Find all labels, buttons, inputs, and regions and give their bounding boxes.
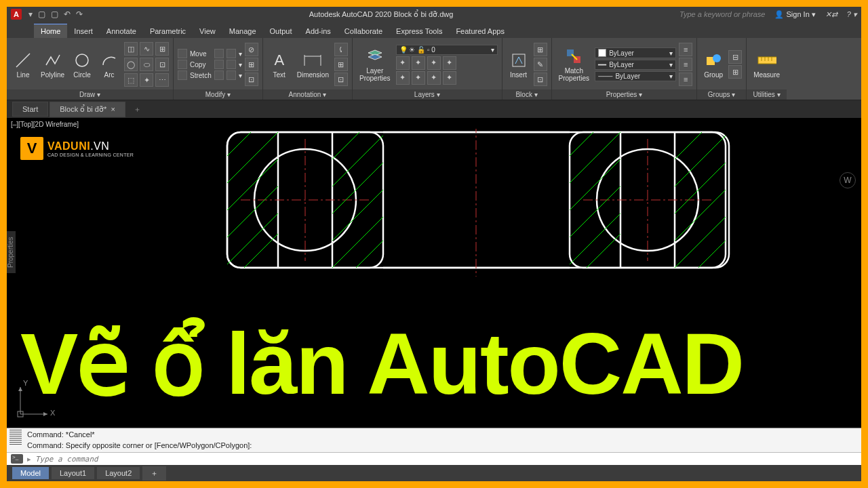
tab-express[interactable]: Express Tools [389,24,449,38]
panel-title-block[interactable]: Block ▾ [502,89,551,100]
tab-manage[interactable]: Manage [222,24,263,38]
layer-dropdown[interactable]: 💡 ☀ 🔓 ▫ 0 ▾ [396,45,498,55]
color-dropdown[interactable]: ByLayer▾ [595,47,676,58]
trim-button[interactable]: ▾ [226,49,242,58]
sign-in-button[interactable]: 👤 Sign In ▾ [774,10,815,19]
drawing-canvas[interactable]: [–][Top][2D Wireframe] Properties V VADU… [7,118,861,428]
leader-icon[interactable]: ⤹ [334,43,348,56]
draw-tool-icon[interactable]: ⬚ [124,73,138,87]
table-icon[interactable]: ⊞ [334,58,348,71]
exchange-icon[interactable]: ✕⇄ [825,10,837,19]
draw-tool-icon[interactable]: ◯ [124,58,138,71]
fillet-button[interactable]: ▾ [226,60,242,69]
layout2-tab[interactable]: Layout2 [97,467,140,479]
add-layout-button[interactable]: ＋ [142,466,166,481]
scale-button[interactable] [214,70,224,80]
edit-block-icon[interactable]: ✎ [534,58,547,71]
properties-palette-tab[interactable]: Properties [7,231,16,273]
qat-undo-icon[interactable]: ↶ [64,9,71,19]
measure-button[interactable]: Measure [751,49,783,80]
prop-tool-icon[interactable]: ≡ [679,43,692,56]
draw-tool-icon[interactable]: ∿ [140,42,153,56]
draw-tool-icon[interactable]: ⬭ [140,58,153,71]
modify-tool-icon[interactable]: ⊘ [245,43,258,56]
qat-open-icon[interactable]: ▢ [38,9,45,19]
command-grip-icon[interactable] [9,430,22,445]
qat-redo-icon[interactable]: ↷ [76,9,83,19]
tab-view[interactable]: View [193,24,222,38]
layer-tool-icon[interactable]: ✦ [412,56,425,70]
lineweight-dropdown[interactable]: ━━ ByLayer▾ [595,60,676,70]
text-button[interactable]: AText [267,49,292,80]
layer-tool-icon[interactable]: ✦ [443,71,456,85]
draw-tool-icon[interactable]: ⋯ [155,73,169,87]
panel-title-annotation[interactable]: Annotation ▾ [263,89,352,100]
panel-title-modify[interactable]: Modify ▾ [174,89,262,100]
tab-insert[interactable]: Insert [67,24,100,38]
move-button[interactable]: Move [178,49,212,58]
layer-tool-icon[interactable]: ✦ [427,56,441,70]
tab-addins[interactable]: Add-ins [299,24,338,38]
panel-title-layers[interactable]: Layers ▾ [353,89,502,100]
create-block-icon[interactable]: ⊞ [534,43,547,56]
linetype-dropdown[interactable]: ─── ByLayer▾ [595,71,676,81]
arc-button[interactable]: Arc [97,49,121,80]
tab-collaborate[interactable]: Collaborate [338,24,389,38]
panel-title-properties[interactable]: Properties ▾ [552,89,697,100]
modify-tool-icon[interactable]: ⊡ [245,73,258,86]
mirror-button[interactable] [214,60,224,69]
layer-tool-icon[interactable]: ✦ [443,56,456,70]
draw-flyout-grid[interactable]: ◫∿⊞ ◯⬭⊡ ⬚✦⋯ [124,42,169,87]
help-icon[interactable]: ? ▾ [847,10,857,19]
tab-home[interactable]: Home [34,24,67,38]
group-edit-icon[interactable]: ⊞ [728,65,742,79]
annot-icon[interactable]: ⊡ [334,73,348,86]
new-tab-button[interactable]: ＋ [127,102,148,117]
attr-block-icon[interactable]: ⊡ [534,73,547,86]
layer-tool-icon[interactable]: ✦ [396,71,410,85]
tab-parametric[interactable]: Parametric [143,24,193,38]
command-input[interactable] [35,455,857,464]
qat-save-icon[interactable]: ▢ [51,9,58,19]
layer-tool-icon[interactable]: ✦ [412,71,425,85]
file-tab-start[interactable]: Start [12,102,48,117]
model-tab[interactable]: Model [12,467,49,479]
circle-button[interactable]: Circle [70,49,94,80]
panel-title-utilities[interactable]: Utilities ▾ [747,89,787,100]
modify-tool-icon[interactable]: ⊞ [245,58,258,71]
qat-menu-icon[interactable]: ▾ [28,9,33,19]
stretch-button[interactable]: Stretch [178,70,212,80]
file-tab-current[interactable]: Block ổ bi đỡ* × [50,102,125,117]
copy-button[interactable]: Copy [178,60,212,69]
draw-tool-icon[interactable]: ⊡ [155,58,169,71]
insert-block-button[interactable]: Insert [507,49,531,80]
layer-tool-icon[interactable]: ✦ [427,71,441,85]
panel-title-groups[interactable]: Groups ▾ [697,89,746,100]
dimension-button[interactable]: Dimension [294,49,332,80]
group-button[interactable]: Group [701,49,726,80]
tab-output[interactable]: Output [263,24,299,38]
draw-tool-icon[interactable]: ⊞ [155,42,169,56]
polyline-button[interactable]: Polyline [38,49,67,80]
layer-properties-button[interactable]: Layer Properties [357,45,393,83]
tab-featured[interactable]: Featured Apps [449,24,511,38]
view-label[interactable]: [–][Top][2D Wireframe] [11,121,79,128]
command-prompt-icon[interactable] [11,454,23,464]
draw-tool-icon[interactable]: ✦ [140,73,153,87]
tab-annotate[interactable]: Annotate [100,24,143,38]
layer-tool-icon[interactable]: ✦ [396,56,410,70]
search-placeholder[interactable]: Type a keyword or phrase [679,10,765,18]
prop-tool-icon[interactable]: ≡ [679,73,692,86]
command-history: Command: *Cancel* Command: Specify oppos… [7,428,861,452]
line-button[interactable]: Line [11,49,35,80]
prop-tool-icon[interactable]: ≡ [679,58,692,71]
array-button[interactable]: ▾ [226,70,242,80]
quick-access-toolbar[interactable]: ▾ ▢ ▢ ↶ ↷ [28,9,83,19]
layout1-tab[interactable]: Layout1 [52,467,94,479]
match-properties-button[interactable]: Match Properties [556,45,593,83]
draw-tool-icon[interactable]: ◫ [124,42,138,56]
ungroup-icon[interactable]: ⊟ [728,50,742,64]
viewcube-west[interactable]: W [840,172,856,188]
panel-title-draw[interactable]: Draw ▾ [7,89,173,100]
rotate-button[interactable] [214,49,224,58]
